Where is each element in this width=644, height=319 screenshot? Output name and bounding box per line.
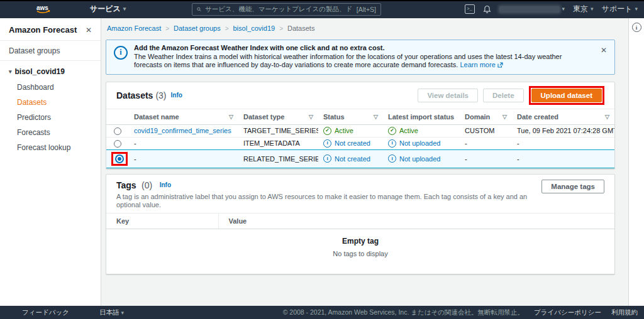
- row-radio-unselected[interactable]: [114, 140, 121, 148]
- domain-cell: -: [460, 137, 512, 149]
- status-not-created: iNot created: [323, 154, 378, 163]
- status-label: Not created: [335, 139, 370, 147]
- copyright-text: © 2008 - 2021, Amazon Web Services, Inc.…: [283, 308, 524, 317]
- learn-more-link[interactable]: Learn more: [460, 61, 503, 68]
- info-circle-icon: i: [323, 139, 331, 148]
- import-status-active: ✓Active: [388, 127, 455, 135]
- radio-column-header: [106, 109, 129, 124]
- aws-logo-icon[interactable]: aws: [35, 3, 53, 15]
- filter-icon[interactable]: ▽: [229, 114, 233, 120]
- cloudshell-icon[interactable]: >_: [465, 4, 475, 14]
- table-row-related-time-series-selected: - RELATED_TIME_SERIES iNot created iNot …: [106, 149, 614, 168]
- privacy-policy-link[interactable]: プライバシーポリシー: [534, 308, 601, 317]
- chevron-down-icon: ▾: [123, 6, 126, 12]
- account-menu[interactable]: ▾: [499, 6, 565, 13]
- sidebar-item-datasets[interactable]: Datasets: [0, 95, 101, 110]
- sidebar-group-items: Dashboard Datasets Predictors Forecasts …: [0, 77, 101, 155]
- breadcrumb-separator: >: [279, 25, 283, 32]
- datasets-card: Datasets (3) Info View details Delete Up…: [106, 82, 615, 169]
- sidebar-header: Amazon Forecast ✕: [0, 18, 101, 41]
- region-label: 東京: [573, 4, 588, 14]
- manage-tags-button[interactable]: Manage tags: [541, 180, 604, 193]
- sidebar-item-dataset-groups[interactable]: Dataset groups: [0, 41, 101, 61]
- feedback-link[interactable]: フィードバック: [22, 308, 69, 317]
- annotation-upload-dataset-highlight: Upload dataset: [529, 86, 604, 105]
- upload-dataset-button[interactable]: Upload dataset: [531, 89, 602, 102]
- column-dataset-type: Dataset type▽: [238, 109, 318, 124]
- tags-table-header-row: Key Value: [106, 213, 614, 229]
- breadcrumb-separator: >: [225, 25, 229, 32]
- delete-button[interactable]: Delete: [483, 89, 524, 102]
- sidebar-item-dashboard[interactable]: Dashboard: [0, 80, 101, 95]
- breadcrumb-separator: >: [165, 25, 169, 32]
- sidebar-group-label: bisol_covid19: [15, 67, 65, 76]
- sidebar-group-bisol-covid19[interactable]: ▾ bisol_covid19: [0, 61, 101, 77]
- support-label: サポート: [602, 4, 633, 14]
- status-active: ✓Active: [323, 127, 378, 135]
- tags-count: (0): [142, 180, 152, 190]
- empty-state-subtitle: No tags to display: [106, 250, 614, 257]
- date-created-cell: -: [512, 137, 614, 149]
- filter-icon[interactable]: ▽: [502, 114, 507, 120]
- dataset-name-link[interactable]: covid19_confirmed_time_series: [134, 127, 231, 134]
- chevron-down-icon: ▾: [9, 69, 12, 75]
- search-shortcut-hint: [Alt+S]: [357, 6, 376, 13]
- tags-info-link[interactable]: Info: [160, 181, 171, 188]
- footer-left-group: フィードバック 日本語 ▾: [22, 308, 124, 317]
- column-dataset-name: Dataset name▽: [129, 109, 238, 124]
- annotation-radio-highlight: [111, 152, 128, 166]
- status-label: Active: [335, 127, 353, 134]
- notifications-bell-icon[interactable]: [483, 5, 491, 14]
- top-nav-right-group: >_ ▾ 東京 ▾ サポート ▾: [465, 0, 638, 18]
- breadcrumb-amazon-forecast[interactable]: Amazon Forecast: [107, 24, 161, 32]
- date-created-cell: -: [512, 149, 614, 168]
- domain-cell: CUSTOM: [460, 124, 512, 137]
- footer-bar: フィードバック 日本語 ▾ © 2008 - 2021, Amazon Web …: [0, 306, 644, 319]
- column-date-created: Date created▽: [512, 109, 614, 124]
- datasets-info-link[interactable]: Info: [171, 92, 182, 99]
- column-label: Date created: [517, 113, 558, 121]
- breadcrumb-bisol-covid19[interactable]: bisol_covid19: [233, 24, 275, 32]
- datasets-card-header: Datasets (3) Info View details Delete Up…: [106, 82, 614, 109]
- check-circle-icon: ✓: [323, 127, 331, 135]
- sidebar-item-predictors[interactable]: Predictors: [0, 110, 101, 125]
- view-details-button[interactable]: View details: [418, 89, 478, 102]
- terms-of-use-link[interactable]: 利用規約: [611, 308, 638, 317]
- column-status: Status▽: [318, 109, 383, 124]
- search-placeholder: サービス、機能、マーケットプレイスの製品、ドキュメントを検索し: [205, 5, 353, 14]
- banner-body: The Weather Index trains a model with hi…: [134, 53, 592, 70]
- filter-icon[interactable]: ▽: [605, 114, 609, 120]
- services-menu[interactable]: サービス ▾: [90, 4, 126, 14]
- banner-close-icon[interactable]: ✕: [601, 46, 607, 70]
- support-menu[interactable]: サポート ▾: [602, 4, 638, 14]
- info-circle-icon: i: [323, 154, 331, 163]
- dataset-type-cell: TARGET_TIME_SERIES: [238, 124, 318, 137]
- row-radio-selected[interactable]: [115, 154, 124, 163]
- learn-more-label: Learn more: [460, 61, 496, 68]
- sidebar: Amazon Forecast ✕ Dataset groups ▾ bisol…: [0, 18, 101, 306]
- breadcrumb-dataset-groups[interactable]: Dataset groups: [174, 24, 221, 32]
- tags-description: A tag is an administrative label that yo…: [116, 193, 541, 209]
- info-panel-icon[interactable]: i: [632, 23, 641, 32]
- status-label: Not created: [335, 155, 370, 163]
- filter-icon[interactable]: ▽: [374, 114, 378, 120]
- sidebar-item-forecast-lookup[interactable]: Forecast lookup: [0, 140, 101, 155]
- column-domain: Domain▽: [460, 109, 512, 124]
- status-label: Active: [399, 127, 418, 134]
- sidebar-item-forecasts[interactable]: Forecasts: [0, 125, 101, 140]
- footer-right-group: © 2008 - 2021, Amazon Web Services, Inc.…: [283, 308, 638, 317]
- region-menu[interactable]: 東京 ▾: [573, 4, 594, 14]
- row-radio-unselected[interactable]: [114, 127, 121, 135]
- tags-empty-state: Empty tag No tags to display: [106, 229, 614, 274]
- chevron-down-icon: ▾: [635, 6, 638, 12]
- domain-cell: -: [460, 149, 512, 168]
- filter-icon[interactable]: ▽: [309, 114, 313, 120]
- column-latest-import-status: Latest import status: [383, 109, 460, 124]
- language-selector[interactable]: 日本語 ▾: [99, 308, 124, 317]
- column-label: Domain: [465, 113, 490, 121]
- status-not-created: iNot created: [323, 139, 378, 148]
- sidebar-close-icon[interactable]: ✕: [86, 26, 92, 34]
- table-row-target-time-series: covid19_confirmed_time_series TARGET_TIM…: [106, 124, 614, 137]
- global-search-input[interactable]: サービス、機能、マーケットプレイスの製品、ドキュメントを検索し [Alt+S]: [192, 3, 381, 16]
- dataset-name-cell: -: [129, 137, 238, 149]
